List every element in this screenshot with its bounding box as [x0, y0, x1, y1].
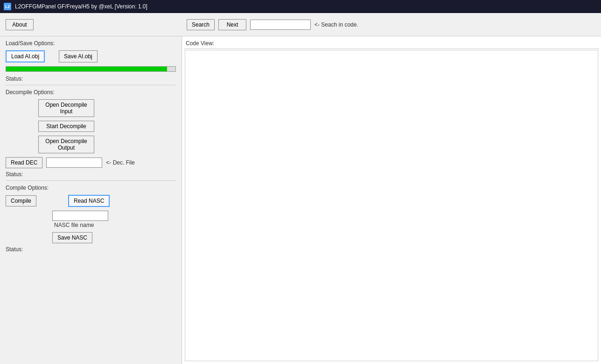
status-label-2: Status:	[6, 171, 176, 178]
compile-section: Compile Read NASC NASC file name Save NA…	[6, 195, 176, 243]
title-text: L2OFFGMPanel GF/Freya/H5 by @xeL [Versio…	[15, 3, 147, 10]
read-nasc-button[interactable]: Read NASC	[68, 195, 110, 207]
nasc-input-container: NASC file name	[52, 211, 176, 228]
dec-file-label: <- Dec. File	[106, 159, 135, 166]
top-bar-right: Search Next <- Seach in code.	[187, 19, 358, 30]
compile-button[interactable]: Compile	[6, 195, 36, 206]
save-nasc-button[interactable]: Save NASC	[52, 232, 92, 243]
load-save-label: Load/Save Options:	[6, 40, 176, 47]
code-view-label: Code View:	[184, 38, 599, 49]
status-label-1: Status:	[6, 76, 176, 82]
top-bar-left: About	[6, 19, 34, 30]
decompile-label: Decompile Options:	[6, 89, 176, 96]
load-ai-obj-button[interactable]: Load AI.obj	[6, 50, 45, 62]
start-decompile-button[interactable]: Start Decompile	[38, 121, 94, 132]
title-bar: L2 L2OFFGMPanel GF/Freya/H5 by @xeL [Ver…	[0, 0, 601, 13]
next-button[interactable]: Next	[218, 19, 246, 30]
divider-1	[6, 85, 176, 85]
main-container: About Search Next <- Seach in code. Load…	[0, 13, 601, 364]
save-nasc-row: Save NASC	[52, 232, 176, 243]
search-input[interactable]	[250, 20, 311, 30]
compile-buttons-row: Compile Read NASC	[6, 195, 176, 207]
compile-label: Compile Options:	[6, 185, 176, 191]
search-hint: <- Seach in code.	[314, 21, 358, 28]
left-panel: Load/Save Options: Load AI.obj Save AI.o…	[0, 36, 182, 364]
decompile-section: Open Decompile Input Start Decompile Ope…	[6, 99, 176, 153]
dec-row: Read DEC <- Dec. File	[6, 157, 176, 168]
right-panel: Code View:	[182, 36, 601, 364]
dec-file-input[interactable]	[46, 158, 102, 168]
app-icon: L2	[4, 3, 11, 10]
divider-2	[6, 180, 176, 181]
progress-bar-fill	[6, 67, 167, 71]
top-bar: About Search Next <- Seach in code.	[0, 13, 601, 36]
content-area: Load/Save Options: Load AI.obj Save AI.o…	[0, 36, 601, 364]
load-save-row: Load AI.obj Save AI.obj	[6, 50, 176, 62]
progress-bar-container	[6, 66, 176, 72]
code-view-area[interactable]	[185, 50, 598, 361]
about-button[interactable]: About	[6, 19, 34, 30]
status-label-3: Status:	[6, 246, 176, 253]
nasc-file-input[interactable]	[52, 211, 108, 221]
open-decompile-input-button[interactable]: Open Decompile Input	[38, 99, 94, 117]
nasc-file-label: NASC file name	[54, 222, 94, 228]
read-dec-button[interactable]: Read DEC	[6, 157, 42, 168]
open-decompile-output-button[interactable]: Open Decompile Output	[38, 136, 94, 153]
search-button[interactable]: Search	[187, 19, 215, 30]
save-ai-obj-button[interactable]: Save AI.obj	[59, 50, 98, 62]
